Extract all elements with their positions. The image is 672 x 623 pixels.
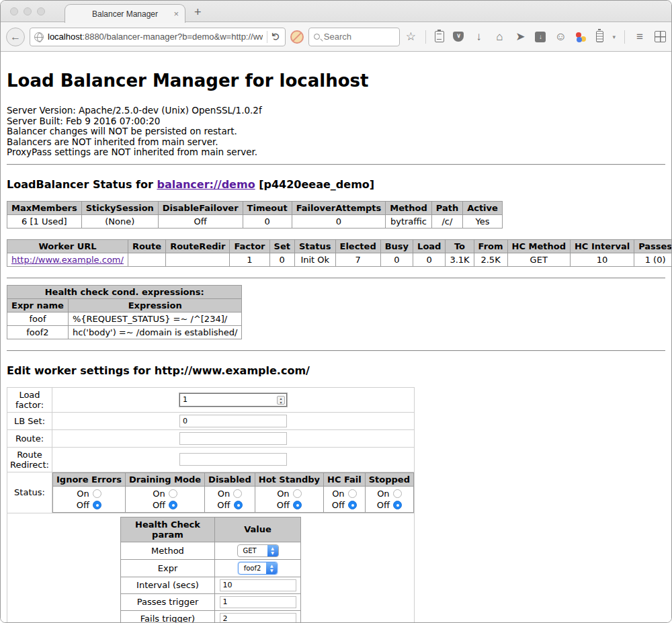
- status-header-row: Ignore Errors Draining Mode Disabled Hot…: [53, 472, 414, 486]
- status-hc-fail-cell: On Off: [324, 486, 366, 512]
- url-path: :8880/balancer-manager?b=demo&w=http://w…: [82, 32, 263, 42]
- status-label: Status:: [7, 472, 52, 513]
- battery-extension-icon[interactable]: [596, 31, 603, 42]
- disabled-on-radio[interactable]: [233, 489, 242, 498]
- val-to: 3.1K: [446, 253, 474, 266]
- on-label: On: [153, 488, 165, 499]
- url-host: localhost: [48, 32, 82, 42]
- status-stopped-cell: On Off: [365, 486, 413, 512]
- hc-expressions-title: Health check cond. expressions:: [7, 285, 242, 298]
- draining-mode-off-radio[interactable]: [169, 501, 177, 509]
- search-box[interactable]: [308, 28, 401, 46]
- window-minimize-button[interactable]: [24, 7, 32, 15]
- worker-data-row: http://www.example.com/ 1 0 Init Ok 7 0 …: [7, 253, 672, 266]
- stopped-on-radio[interactable]: [393, 489, 402, 498]
- hc-fails-row: Fails trigger): [121, 610, 301, 623]
- lb-set-row: LB Set:: [7, 412, 415, 429]
- route-row: Route:: [7, 429, 415, 447]
- balancer-heading-suffix: [p4420eeae_demo]: [255, 178, 375, 191]
- stopped-off-radio[interactable]: [393, 501, 402, 509]
- bookmark-star-icon[interactable]: ☆: [405, 30, 417, 44]
- expr-name-foof: foof: [7, 312, 69, 325]
- disabled-off-radio[interactable]: [234, 501, 243, 509]
- balancer-header-row: MaxMembers StickySession DisableFailover…: [7, 201, 503, 214]
- home-icon[interactable]: ⌂: [493, 30, 505, 44]
- route-redirect-row: Route Redirect:: [7, 447, 415, 472]
- route-redirect-input[interactable]: [179, 453, 287, 466]
- off-label: Off: [153, 499, 165, 511]
- back-button[interactable]: ←: [6, 28, 25, 46]
- on-label: On: [218, 488, 230, 499]
- col-disabled: Disabled: [205, 472, 255, 486]
- method-select[interactable]: GET ▲▼: [237, 544, 279, 557]
- val-from: 2.5K: [474, 253, 507, 266]
- pocket-icon[interactable]: ∨: [453, 32, 464, 42]
- col-hc-interval: HC Interval: [570, 239, 634, 253]
- route-label: Route:: [7, 429, 52, 447]
- browser-window: Balancer Manager × + ← localhost:8880/ba…: [0, 0, 672, 623]
- hc-fail-on-radio[interactable]: [348, 489, 357, 498]
- draining-mode-on-radio[interactable]: [169, 489, 177, 498]
- val-active: Yes: [463, 214, 503, 228]
- ignore-errors-off-radio[interactable]: [93, 501, 101, 509]
- reading-list-icon[interactable]: [435, 31, 444, 42]
- number-stepper-icon[interactable]: ▴▾: [277, 396, 285, 405]
- extension-download-icon[interactable]: ↓: [535, 32, 546, 42]
- lb-set-label: LB Set:: [7, 412, 52, 429]
- hc-params-row: Health Check param Value Method GET ▲▼: [7, 513, 415, 623]
- send-tab-icon[interactable]: ➤: [514, 30, 526, 44]
- load-factor-input[interactable]: [179, 393, 287, 407]
- window-controls: [10, 7, 45, 15]
- reload-button[interactable]: ↻: [270, 32, 283, 41]
- status-ignore-errors-cell: On Off: [53, 486, 126, 512]
- new-tab-button[interactable]: +: [194, 6, 202, 18]
- hot-standby-on-radio[interactable]: [293, 489, 302, 498]
- col-stopped: Stopped: [365, 472, 413, 486]
- tab-title: Balancer Manager: [92, 9, 158, 19]
- col-hc-value: Value: [215, 517, 301, 542]
- val-load: 0: [413, 253, 446, 266]
- tile-tabs-icon[interactable]: [655, 31, 666, 42]
- col-method: Method: [386, 201, 431, 214]
- select-arrows-icon: ▲▼: [267, 545, 278, 556]
- hc-fail-off-radio[interactable]: [348, 501, 357, 509]
- server-info: Server Version: Apache/2.5.0-dev (Unix) …: [7, 106, 665, 158]
- url-text[interactable]: localhost:8880/balancer-manager?b=demo&w…: [48, 32, 263, 42]
- hot-standby-off-radio[interactable]: [293, 501, 302, 509]
- col-draining-mode: Draining Mode: [125, 472, 204, 486]
- expr-select[interactable]: foof2 ▲▼: [238, 562, 278, 575]
- col-from: From: [474, 239, 507, 253]
- menu-icon[interactable]: ≡: [634, 30, 646, 44]
- window-close-button[interactable]: [10, 7, 18, 15]
- overflow-caret-icon[interactable]: ▾: [612, 34, 616, 40]
- downloads-icon[interactable]: ↓: [472, 30, 485, 44]
- route-redirect-label: Route Redirect:: [7, 447, 52, 472]
- server-built-line: Server Built: Feb 9 2016 07:00:20: [7, 116, 665, 127]
- col-expression: Expression: [68, 298, 242, 312]
- search-input[interactable]: [324, 32, 384, 42]
- lb-set-input[interactable]: [179, 415, 287, 427]
- val-hc-interval: 10: [570, 253, 634, 266]
- val-failoverattempts: 0: [292, 214, 386, 228]
- interval-input[interactable]: [220, 579, 296, 591]
- load-factor-wrap: ▴▾: [179, 393, 287, 407]
- balancer-link[interactable]: balancer://demo: [157, 178, 255, 191]
- toolbar-divider: [624, 30, 625, 44]
- fails-input[interactable]: [220, 613, 296, 623]
- url-bar[interactable]: localhost:8880/balancer-manager?b=demo&w…: [30, 28, 286, 46]
- worker-url-link[interactable]: http://www.example.com/: [11, 255, 124, 265]
- col-passes: Passes: [634, 239, 671, 253]
- passes-input[interactable]: [220, 596, 296, 608]
- tab-close-icon[interactable]: ×: [173, 9, 179, 19]
- tab-balancer-manager[interactable]: Balancer Manager ×: [65, 4, 185, 23]
- content-blocker-icon[interactable]: [290, 30, 304, 44]
- window-zoom-button[interactable]: [37, 7, 45, 15]
- feedback-smiley-icon[interactable]: ☺: [554, 30, 566, 44]
- col-ignore-errors: Ignore Errors: [53, 472, 126, 486]
- val-set: 0: [269, 253, 294, 266]
- col-path: Path: [431, 201, 462, 214]
- colors-extension-icon[interactable]: [575, 31, 587, 43]
- ignore-errors-on-radio[interactable]: [93, 489, 101, 498]
- route-input[interactable]: [179, 432, 287, 445]
- off-label: Off: [277, 499, 290, 511]
